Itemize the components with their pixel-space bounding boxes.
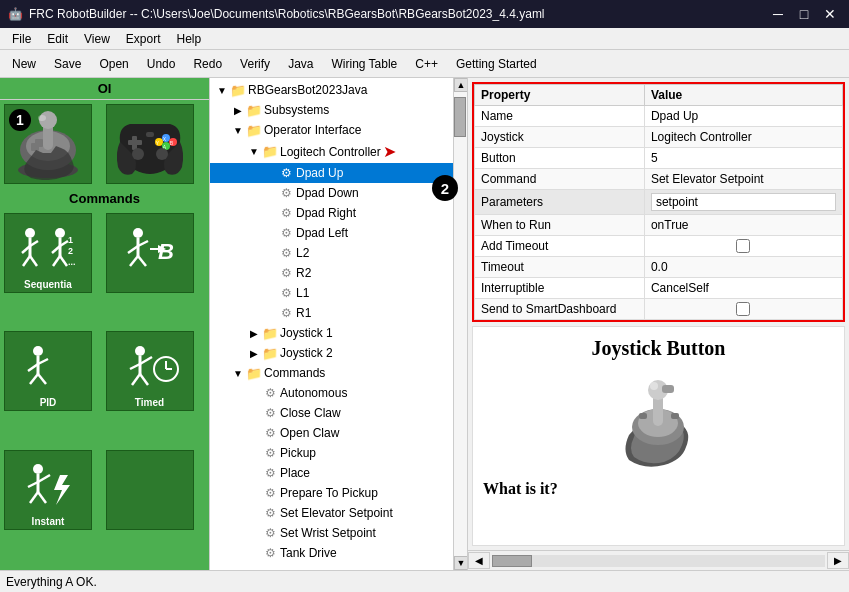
prop-label-add-timeout: Add Timeout	[475, 236, 645, 257]
tree-node-root[interactable]: ▼ 📁 RBGearsBot2023Java	[210, 80, 453, 100]
menu-export[interactable]: Export	[118, 30, 169, 48]
gear-icon-pickup: ⚙	[262, 445, 278, 461]
prop-value-parameters[interactable]	[644, 190, 842, 215]
tree-node-joystick2[interactable]: ▶ 📁 Joystick 2	[210, 343, 453, 363]
cmd-b-type[interactable]: B	[106, 213, 194, 293]
toolbar-java[interactable]: Java	[280, 55, 321, 73]
toolbar-new[interactable]: New	[4, 55, 44, 73]
tree-node-prepare-to-pickup[interactable]: ⚙ Prepare To Pickup	[210, 483, 453, 503]
expander-joystick2[interactable]: ▶	[246, 345, 262, 361]
prop-row-timeout: Timeout 0.0	[475, 257, 843, 278]
oi-joystick-1[interactable]: 1	[4, 104, 92, 184]
menu-view[interactable]: View	[76, 30, 118, 48]
tree-node-operator-interface[interactable]: ▼ 📁 Operator Interface	[210, 120, 453, 140]
toolbar-redo[interactable]: Redo	[185, 55, 230, 73]
add-timeout-checkbox[interactable]	[736, 239, 750, 253]
tree-scrollbar[interactable]: ▲ ▼	[453, 78, 467, 570]
cmd-sequential-label: Sequentia	[5, 279, 91, 290]
expander-root[interactable]: ▼	[214, 82, 230, 98]
toolbar-open[interactable]: Open	[91, 55, 136, 73]
prop-row-interruptible: Interruptible CancelSelf	[475, 278, 843, 299]
menu-bar: File Edit View Export Help	[0, 28, 849, 50]
expander-logitech[interactable]: ▼	[246, 144, 262, 160]
tree-node-set-elevator-setpoint[interactable]: ⚙ Set Elevator Setpoint	[210, 503, 453, 523]
prop-value-command: Set Elevator Setpoint	[644, 169, 842, 190]
tree-node-joystick1[interactable]: ▶ 📁 Joystick 1	[210, 323, 453, 343]
tree-node-r1[interactable]: ⚙ R1	[210, 303, 453, 323]
h-scroll-track[interactable]	[492, 555, 825, 567]
minimize-button[interactable]: ─	[767, 4, 789, 24]
prop-row-parameters[interactable]: Parameters	[475, 190, 843, 215]
send-to-smartdashboard-checkbox[interactable]	[736, 302, 750, 316]
help-title: Joystick Button	[473, 327, 844, 370]
menu-help[interactable]: Help	[169, 30, 210, 48]
toolbar-wiring-table[interactable]: Wiring Table	[323, 55, 405, 73]
parameters-input[interactable]	[651, 193, 836, 211]
prop-value-add-timeout[interactable]	[644, 236, 842, 257]
tree-node-dpad-down[interactable]: ⚙ Dpad Down	[210, 183, 453, 203]
cmd-sequential[interactable]: 1 2 ... Sequentia	[4, 213, 92, 293]
scroll-thumb[interactable]	[454, 97, 466, 137]
app-icon: 🤖	[8, 7, 23, 21]
tree-node-logitech[interactable]: ▼ 📁 Logitech Controller ➤	[210, 140, 453, 163]
scroll-right-arrow[interactable]: ▶	[827, 552, 849, 569]
cmd-pid[interactable]: PID	[4, 331, 92, 411]
close-button[interactable]: ✕	[819, 4, 841, 24]
prop-value-send-to-smartdashboard[interactable]	[644, 299, 842, 320]
toolbar-undo[interactable]: Undo	[139, 55, 184, 73]
tree-node-dpad-up[interactable]: ⚙ Dpad Up	[210, 163, 453, 183]
svg-text:1: 1	[68, 235, 73, 245]
menu-edit[interactable]: Edit	[39, 30, 76, 48]
gear-icon-open-claw: ⚙	[262, 425, 278, 441]
scroll-track[interactable]	[454, 92, 467, 556]
tree-node-dpad-right[interactable]: ⚙ Dpad Right	[210, 203, 453, 223]
prop-label-name: Name	[475, 106, 645, 127]
toolbar-cpp[interactable]: C++	[407, 55, 446, 73]
scroll-up-arrow[interactable]: ▲	[454, 78, 468, 92]
toolbar-getting-started[interactable]: Getting Started	[448, 55, 545, 73]
scroll-down-arrow[interactable]: ▼	[454, 556, 468, 570]
expander-oi[interactable]: ▼	[230, 122, 246, 138]
tree-node-r2[interactable]: ⚙ R2	[210, 263, 453, 283]
expander-commands[interactable]: ▼	[230, 365, 246, 381]
help-scroll-bar[interactable]: ◀ ▶	[468, 550, 849, 570]
svg-line-26	[30, 256, 37, 266]
expander-subsystems[interactable]: ▶	[230, 102, 246, 118]
oi-gamepad[interactable]: X B Y A	[106, 104, 194, 184]
tree-node-open-claw[interactable]: ⚙ Open Claw	[210, 423, 453, 443]
maximize-button[interactable]: □	[793, 4, 815, 24]
cmd-instant-label: Instant	[5, 516, 91, 527]
svg-point-18	[132, 148, 144, 160]
cmd-timed[interactable]: Timed	[106, 331, 194, 411]
tree-node-dpad-left[interactable]: ⚙ Dpad Left	[210, 223, 453, 243]
help-joystick-image	[614, 375, 704, 470]
svg-line-55	[132, 374, 140, 385]
tree-node-commands[interactable]: ▼ 📁 Commands	[210, 363, 453, 383]
tree-node-subsystems[interactable]: ▶ 📁 Subsystems	[210, 100, 453, 120]
expander-joystick1[interactable]: ▶	[246, 325, 262, 341]
prop-row-when-to-run: When to Run onTrue	[475, 215, 843, 236]
tree-node-l1[interactable]: ⚙ L1	[210, 283, 453, 303]
toolbar-save[interactable]: Save	[46, 55, 89, 73]
cmd-instant[interactable]: Instant	[4, 450, 92, 530]
menu-file[interactable]: File	[4, 30, 39, 48]
h-scroll-thumb[interactable]	[492, 555, 532, 567]
node-text-prepare-to-pickup: Prepare To Pickup	[280, 486, 378, 500]
svg-rect-72	[662, 385, 674, 393]
tree-node-pickup[interactable]: ⚙ Pickup	[210, 443, 453, 463]
tree-node-tank-drive[interactable]: ⚙ Tank Drive	[210, 543, 453, 563]
tree-node-l2[interactable]: ⚙ L2	[210, 243, 453, 263]
tree-node-autonomous[interactable]: ⚙ Autonomous	[210, 383, 453, 403]
cmd-pid-svg	[8, 339, 88, 404]
svg-point-71	[650, 382, 658, 390]
gear-icon-l1: ⚙	[278, 285, 294, 301]
node-text-r1: R1	[296, 306, 311, 320]
tree-node-place[interactable]: ⚙ Place	[210, 463, 453, 483]
scroll-left-arrow[interactable]: ◀	[468, 552, 490, 569]
tree-node-set-wrist-setpoint[interactable]: ⚙ Set Wrist Setpoint	[210, 523, 453, 543]
tree-node-close-claw[interactable]: ⚙ Close Claw	[210, 403, 453, 423]
tree-panel[interactable]: ▼ 📁 RBGearsBot2023Java ▶ 📁 Subsystems ▼ …	[210, 78, 468, 570]
toolbar-verify[interactable]: Verify	[232, 55, 278, 73]
node-text-l2: L2	[296, 246, 309, 260]
cmd-timed-svg	[110, 339, 190, 404]
